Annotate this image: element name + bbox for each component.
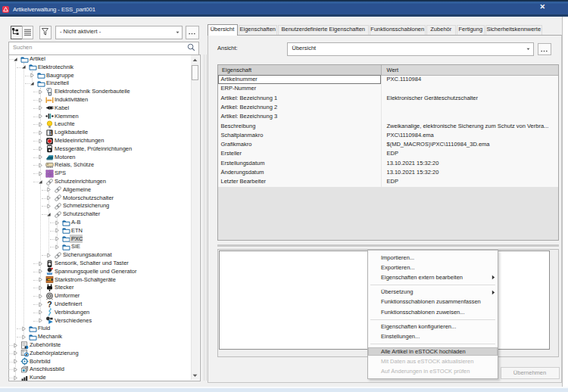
svg-text:1: 1	[49, 130, 52, 135]
svg-text:?: ?	[47, 300, 51, 309]
